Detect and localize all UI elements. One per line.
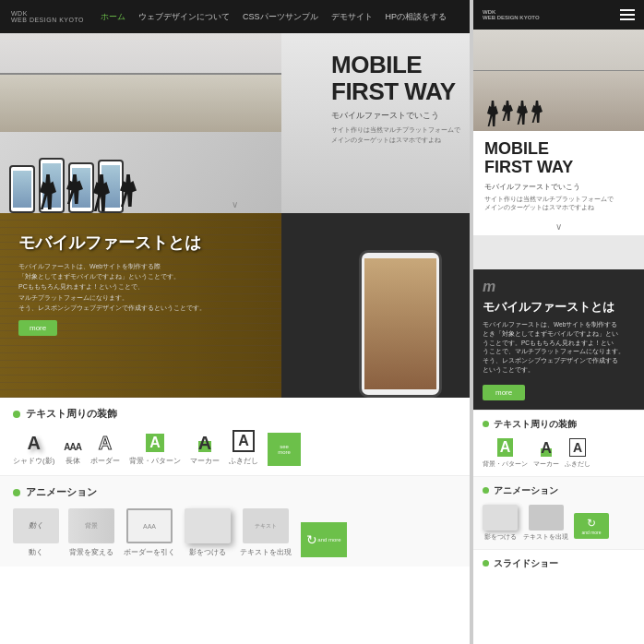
anim-item-text: テキスト テキストを出現 (240, 508, 292, 557)
text-deco-title: テキスト周りの装飾 (13, 407, 457, 421)
nav-link-css[interactable]: CSSパーツサンプル (243, 11, 318, 23)
mobile-deco-item-bg: A 背景・パターン (483, 438, 528, 469)
mobile-panel: WDK WEB DESIGN KYOTO (471, 0, 644, 644)
deco-item-marker: A マーカー (190, 434, 220, 466)
deco-label-border: ボーダー (90, 456, 120, 466)
mobile-deco-label-bubble: ふきだし (565, 459, 590, 469)
mobile-and-more-thumb[interactable]: ↻ and more (574, 513, 609, 539)
mobile-logo[interactable]: WDK WEB DESIGN KYOTO (483, 9, 540, 20)
hamburger-line-3 (620, 18, 635, 20)
hero-image-area (0, 33, 281, 213)
mobile-anim-label-text: テキストを出現 (523, 533, 568, 542)
animation-section: アニメーション 動く 動く 背景 背景を変える AAA ボーダーを引く (0, 475, 470, 566)
mobile-anim-item-shadow: 影をつける (483, 505, 518, 542)
mobile-mf-section: m モバイルファーストとは モバイルファーストは、Webサイトを制作する とき「… (473, 269, 644, 410)
anim-item-move: 動く 動く (13, 508, 59, 557)
mobile-person-4 (531, 101, 543, 123)
deco-letter-bg-pattern: A (146, 434, 164, 452)
desktop-nav-links: ホーム ウェブデザインについて CSSパーツサンプル デモサイト HPの相談をす… (101, 11, 447, 23)
mobile-hero-image (473, 30, 644, 131)
desktop-logo[interactable]: WDK WEB DESIGN KYOTO (11, 10, 84, 23)
hamburger-line-2 (620, 14, 635, 16)
mobile-hero-desc: サイト作りは当然マルチプラットフォームで メインのターゲットはスマホですよね (484, 195, 633, 213)
mobile-silhouettes (487, 101, 543, 126)
deco-label-bubble: ふきだし (229, 456, 258, 466)
mobile-animation-section: アニメーション 影をつける テキストを出現 ↻ and more (473, 476, 644, 549)
nav-link-contact[interactable]: HPの相談をする (386, 11, 447, 23)
mobile-deco-item-bubble: A ふきだし (565, 438, 590, 469)
deco-item-border: A ボーダー (90, 434, 120, 466)
mobile-nav: WDK WEB DESIGN KYOTO (473, 0, 644, 30)
hero-subtitle-ja: モバイルファーストでいこう (331, 110, 460, 122)
more-button[interactable]: more (18, 320, 57, 336)
desktop-panel: WDK WEB DESIGN KYOTO ホーム ウェブデザインについて CSS… (0, 0, 471, 644)
deco-letter-shadow: A (27, 434, 40, 452)
anim-item-bg: 背景 背景を変える (68, 508, 114, 557)
anim-thumb-bg-text: 背景 (85, 521, 98, 530)
deco-letter-marker: A (198, 434, 211, 452)
mobile-deco-label-bg: 背景・パターン (483, 459, 528, 469)
anim-label-text: テキストを出現 (240, 547, 292, 557)
mobile-deco-label-marker: マーカー (533, 459, 559, 469)
mobile-and-more-button-item: ↻ and more (574, 513, 609, 542)
mobile-animation-title: アニメーション (483, 484, 635, 497)
deco-label-marker: マーカー (190, 456, 220, 466)
deco-letter-border: A (99, 434, 112, 452)
deco-label-long: 長体 (66, 456, 80, 466)
anim-thumb-text: テキスト (243, 508, 289, 543)
animation-items-list: 動く 動く 背景 背景を変える AAA ボーダーを引く 影をつける (13, 508, 457, 557)
mf-phone-image (359, 250, 442, 398)
anim-label-bg: 背景を変える (69, 547, 113, 557)
mf-title: モバイルファーストとは (18, 232, 350, 254)
deco-label-shadow: シャドウ(影) (13, 456, 54, 466)
hero-arrow-icon[interactable]: ∨ (232, 199, 238, 209)
and-more-button[interactable]: ↻ and more (301, 522, 347, 557)
mobile-deco-letter-bg: A (497, 438, 514, 457)
nav-link-demo[interactable]: デモサイト (331, 11, 373, 23)
mobile-deco-letter-marker: A (541, 440, 552, 457)
anim-item-border: AAA ボーダーを引く (124, 508, 175, 557)
mobile-person-2 (502, 101, 513, 121)
person-2 (66, 174, 83, 204)
nav-link-home[interactable]: ホーム (101, 11, 125, 23)
logo-text: WDK (11, 10, 84, 17)
mobile-deco-item-marker: A マーカー (533, 440, 559, 469)
deco-label-bg-pattern: 背景・パターン (129, 456, 181, 466)
person-3 (93, 174, 110, 211)
animation-title: アニメーション (13, 485, 457, 499)
mobile-more-button[interactable]: more (483, 385, 525, 400)
desktop-nav: WDK WEB DESIGN KYOTO ホーム ウェブデザインについて CSS… (0, 0, 470, 33)
deco-item-bg-pattern: A 背景・パターン (129, 434, 181, 466)
person-4 (120, 174, 137, 207)
anim-thumb-move: 動く (13, 508, 59, 543)
anim-label-border: ボーダーを引く (124, 547, 175, 557)
mobile-hero-arrow-icon[interactable]: ∨ (473, 218, 644, 235)
mobile-anim-thumb-text (529, 505, 564, 531)
mobile-hero-text: MOBILEFIRST WAY モバイルファーストでいこう サイト作りは当然マル… (473, 131, 644, 218)
mobile-hero: MOBILEFIRST WAY モバイルファーストでいこう サイト作りは当然マル… (473, 30, 644, 269)
anim-thumb-shadow (185, 508, 231, 543)
mobile-anim-item-text: テキストを出現 (523, 505, 568, 542)
hamburger-menu[interactable] (620, 9, 635, 20)
mobile-text-deco-section: テキスト周りの装飾 A 背景・パターン A マーカー A ふきだし (473, 410, 644, 476)
deco-item-shadow: A シャドウ(影) (13, 434, 54, 466)
nav-link-about[interactable]: ウェブデザインについて (138, 11, 230, 23)
mf-content: モバイルファーストとは モバイルファーストは、Webサイトを制作する際 「対象と… (18, 232, 350, 336)
mobile-deco-letter-bubble: A (569, 438, 586, 457)
hero-silhouettes (37, 174, 139, 211)
mobile-first-section: モバイルファーストとは モバイルファーストは、Webサイトを制作する際 「対象と… (0, 213, 470, 398)
hero-title: MOBILEFIRST WAY (331, 52, 460, 104)
anim-item-shadow: 影をつける (185, 508, 231, 557)
see-more-button[interactable]: seemore (268, 433, 301, 466)
mobile-anim-label-shadow: 影をつける (484, 533, 517, 542)
anim-thumb-border: AAA (126, 508, 173, 543)
anim-label-move: 動く (29, 547, 43, 557)
mobile-animation-items: 影をつける テキストを出現 ↻ and more (483, 505, 635, 542)
person-1 (40, 174, 56, 209)
deco-letter-bubble: A (233, 430, 255, 452)
mobile-person-1 (487, 101, 498, 126)
mobile-mf-icon: m (483, 279, 635, 295)
deco-item-long: AAA 長体 (64, 443, 81, 466)
text-decoration-section: テキスト周りの装飾 A シャドウ(影) AAA 長体 A ボーダー A 背景・パ… (0, 398, 470, 475)
mobile-deco-items: A 背景・パターン A マーカー A ふきだし (483, 438, 635, 469)
